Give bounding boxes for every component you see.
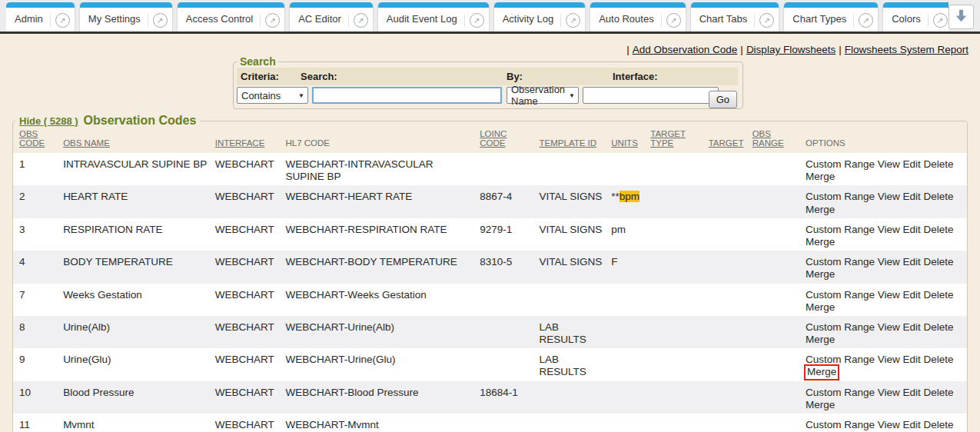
option-edit-link[interactable]: Edit — [903, 191, 921, 202]
option-view-link[interactable]: View — [878, 256, 900, 268]
option-custom-range-link[interactable]: Custom Range — [806, 158, 875, 170]
option-merge-link[interactable]: Merge — [806, 171, 835, 182]
option-view-link[interactable]: View — [878, 224, 900, 235]
option-view-link[interactable]: View — [878, 387, 900, 398]
criteria-select[interactable]: Contains ▼ — [237, 87, 308, 104]
option-custom-range-link[interactable]: Custom Range — [806, 321, 875, 333]
option-merge-link[interactable]: Merge — [806, 334, 835, 345]
option-edit-link[interactable]: Edit — [903, 158, 921, 170]
popout-arrow-icon[interactable]: ↗ — [759, 13, 774, 28]
popout-arrow-icon[interactable]: ↗ — [354, 13, 368, 28]
tab-label: Chart Types — [792, 13, 846, 25]
cell-units — [608, 316, 647, 348]
tab-my-settings[interactable]: My Settings↗ — [80, 2, 172, 32]
sort-link-target-type[interactable]: TARGET TYPE — [650, 129, 686, 148]
interface-select[interactable]: ▼ — [583, 87, 719, 104]
sort-link-obs-name[interactable]: OBS NAME — [63, 138, 110, 148]
sort-link-target[interactable]: TARGET — [709, 138, 744, 148]
option-delete-link[interactable]: Delete — [924, 354, 954, 365]
popout-arrow-icon[interactable]: ↗ — [933, 13, 948, 28]
option-merge-link[interactable]: Merge — [806, 204, 835, 215]
option-custom-range-link[interactable]: Custom Range — [806, 191, 875, 202]
option-edit-link[interactable]: Edit — [903, 321, 921, 333]
link-separator: | — [835, 44, 845, 55]
option-merge-link[interactable]: Merge — [806, 301, 835, 313]
tab-activity-log[interactable]: Activity Log↗ — [494, 2, 585, 32]
option-edit-link[interactable]: Edit — [903, 419, 921, 430]
search-input[interactable] — [312, 87, 502, 104]
option-view-link[interactable]: View — [878, 354, 900, 365]
sort-link-obs-code[interactable]: OBS CODE — [19, 129, 45, 148]
cell-obs-code: 10 — [13, 381, 60, 414]
tab-colors[interactable]: Colors↗ — [883, 2, 948, 32]
option-custom-range-link[interactable]: Custom Range — [806, 387, 875, 398]
cell-hl7-code: WEBCHART-Blood Pressure — [282, 381, 477, 414]
option-view-link[interactable]: View — [878, 321, 900, 333]
popout-arrow-icon[interactable]: ↗ — [265, 13, 280, 28]
cell-target — [706, 348, 749, 380]
hide-count-link[interactable]: Hide ( 5288 ) — [19, 115, 78, 127]
tab-access-control[interactable]: Access Control↗ — [178, 2, 284, 32]
popout-arrow-icon[interactable]: ↗ — [566, 13, 580, 28]
option-merge-link-highlighted[interactable]: Merge — [804, 364, 839, 380]
option-view-link[interactable]: View — [878, 419, 900, 430]
option-merge-link[interactable]: Merge — [806, 236, 835, 248]
action-link-display-flowsheets[interactable]: Display Flowsheets — [746, 44, 835, 55]
tab-auto-routes[interactable]: Auto Routes↗ — [590, 2, 686, 32]
option-edit-link[interactable]: Edit — [903, 289, 921, 301]
by-select[interactable]: Observation Name ▼ — [507, 87, 579, 104]
option-view-link[interactable]: View — [878, 289, 900, 301]
search-label: Search: — [297, 68, 503, 85]
option-custom-range-link[interactable]: Custom Range — [806, 289, 875, 301]
option-edit-link[interactable]: Edit — [903, 256, 921, 268]
sort-link-units[interactable]: UNITS — [611, 138, 638, 148]
sort-link-loinc-code[interactable]: LOINC CODE — [480, 129, 507, 148]
option-custom-range-link[interactable]: Custom Range — [806, 419, 875, 430]
table-row: 2HEART RATEWEBCHARTWEBCHART-HEART RATE88… — [13, 185, 967, 218]
popout-arrow-icon[interactable]: ↗ — [470, 13, 484, 28]
option-delete-link[interactable]: Delete — [924, 321, 954, 333]
action-link-add-observation-code[interactable]: Add Observation Code — [633, 44, 738, 55]
option-delete-link[interactable]: Delete — [924, 387, 954, 398]
option-edit-link[interactable]: Edit — [903, 354, 921, 365]
cell-obs-name: RESPIRATION RATE — [60, 218, 212, 251]
option-delete-link[interactable]: Delete — [924, 256, 954, 268]
cell-options: Custom Range View Edit Delete Merge — [802, 284, 967, 316]
tab-ac-editor[interactable]: AC Editor↗ — [290, 2, 373, 32]
cell-target-type — [647, 414, 705, 432]
option-custom-range-link[interactable]: Custom Range — [806, 224, 875, 235]
option-merge-link[interactable]: Merge — [806, 268, 835, 280]
sort-link-interface[interactable]: INTERFACE — [215, 138, 265, 148]
cell-target — [706, 284, 749, 316]
option-view-link[interactable]: View — [878, 191, 900, 202]
option-edit-link[interactable]: Edit — [903, 387, 921, 398]
option-delete-link[interactable]: Delete — [924, 419, 954, 430]
option-delete-link[interactable]: Delete — [924, 289, 954, 301]
go-button[interactable]: Go — [709, 91, 737, 108]
tab-chart-types[interactable]: Chart Types↗ — [784, 2, 878, 32]
option-delete-link[interactable]: Delete — [924, 191, 954, 202]
option-edit-link[interactable]: Edit — [903, 224, 921, 235]
tab-audit-event-log[interactable]: Audit Event Log↗ — [378, 2, 489, 32]
option-custom-range-link[interactable]: Custom Range — [806, 256, 875, 268]
option-custom-range-link[interactable]: Custom Range — [806, 354, 875, 365]
popout-arrow-icon[interactable]: ↗ — [666, 13, 681, 28]
cell-target-type — [647, 251, 705, 283]
option-merge-link[interactable]: Merge — [806, 399, 835, 410]
option-view-link[interactable]: View — [878, 158, 900, 170]
sort-link-template-id[interactable]: TEMPLATE ID — [540, 138, 597, 148]
action-link-flowsheets-system-report[interactable]: Flowsheets System Report — [845, 44, 968, 55]
cell-options: Custom Range View Edit Delete Merge — [802, 316, 967, 348]
cell-template-id: VITAL SIGNS — [537, 251, 609, 283]
search-label-row: Criteria: Search: By: Interface: — [237, 68, 739, 85]
tab-chart-tabs[interactable]: Chart Tabs↗ — [691, 2, 779, 32]
cell-interface: WEBCHART — [212, 185, 283, 218]
option-delete-link[interactable]: Delete — [924, 224, 954, 235]
popout-arrow-icon[interactable]: ↗ — [859, 13, 873, 28]
tab-admin[interactable]: Admin↗ — [6, 2, 75, 32]
popout-arrow-icon[interactable]: ↗ — [55, 13, 70, 28]
popout-arrow-icon[interactable]: ↗ — [153, 13, 168, 28]
tab-overflow-button[interactable] — [948, 5, 974, 29]
sort-link-obs-range[interactable]: OBS RANGE — [752, 129, 784, 148]
option-delete-link[interactable]: Delete — [924, 158, 954, 170]
